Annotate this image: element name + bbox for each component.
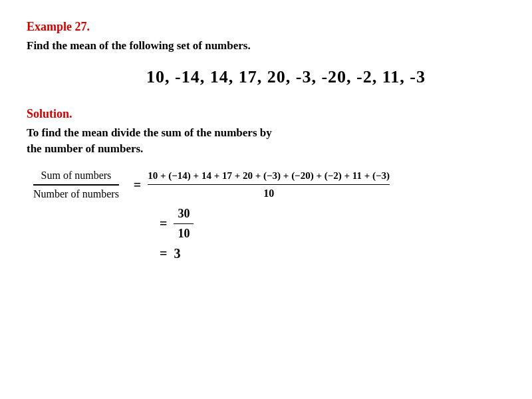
solution-line1: To find the mean divide the sum of the n…: [27, 125, 505, 141]
number-set: 10, -14, 14, 17, 20, -3, -20, -2, 11, -3: [66, 67, 505, 87]
step2-equals: =: [160, 216, 167, 231]
solution-line2: the number of numbers.: [27, 141, 505, 157]
fraction-left-line: [33, 184, 119, 186]
step2-denominator: 10: [178, 225, 190, 241]
fraction-left: Sum of numbers Number of numbers: [33, 170, 119, 200]
problem-line1: Find the mean of the following set of nu…: [27, 39, 251, 52]
final-row: = 3: [160, 246, 505, 261]
fraction-left-denominator: Number of numbers: [33, 187, 119, 200]
step2-fraction: 30 10: [174, 207, 194, 241]
formula-section: Sum of numbers Number of numbers = 10 + …: [33, 170, 505, 200]
equals-sign-1: =: [134, 178, 141, 193]
page: Example 27. Find the mean of the followi…: [0, 0, 532, 399]
fraction-left-numerator: Sum of numbers: [41, 170, 112, 183]
step2-row: = 30 10: [160, 207, 505, 241]
fraction-right: 10 + (−14) + 14 + 17 + 20 + (−3) + (−20)…: [148, 170, 390, 200]
example-title: Example 27.: [27, 20, 505, 34]
step2-numerator: 30: [178, 207, 190, 222]
solution-text: To find the mean divide the sum of the n…: [27, 125, 505, 157]
final-value: 3: [174, 246, 180, 261]
rhs-numerator: 10 + (−14) + 14 + 17 + 20 + (−3) + (−20)…: [148, 170, 390, 183]
step2-line: [174, 223, 194, 225]
final-equals: =: [160, 246, 167, 261]
problem-statement: Find the mean of the following set of nu…: [27, 38, 505, 54]
solution-title: Solution.: [27, 107, 505, 121]
rhs-line: [148, 184, 390, 186]
rhs-denominator: 10: [263, 186, 274, 200]
